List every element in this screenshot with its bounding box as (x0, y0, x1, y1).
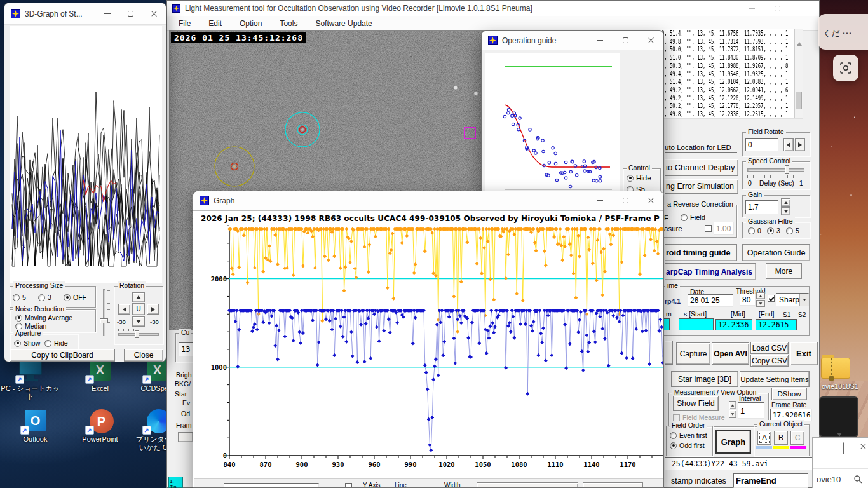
rotate-down-button[interactable] (132, 316, 145, 327)
desktop-icon-powerpoint-4[interactable]: P↗PowerPoint (70, 409, 130, 444)
measurement-data-listbox[interactable]: 0, 51.4, "", 13, 45, 11.6756, 11.7035, ,… (660, 29, 803, 119)
object-c-button[interactable]: C (790, 431, 804, 445)
close-button[interactable] (790, 1, 819, 16)
left-fragment-button[interactable] (178, 432, 193, 442)
list-scrollbar[interactable] (794, 29, 803, 118)
data-list-row[interactable]: 0, 50.2, "", 13, 45, 12.1778, 12.2057, ,… (661, 102, 757, 111)
op-close-button[interactable] (638, 31, 663, 50)
toolbar-field-fragment[interactable] (224, 483, 319, 488)
menu-file[interactable]: File (170, 17, 200, 30)
interval-up-button[interactable] (729, 401, 736, 409)
field-radio[interactable] (681, 214, 688, 221)
data-list-row[interactable]: 0, 49.8, "", 13, 45, 11.7314, 11.7593, ,… (661, 38, 757, 46)
interval-down-button[interactable] (729, 410, 736, 418)
measure-checkbox[interactable] (705, 225, 712, 232)
start-time-field[interactable] (679, 318, 714, 330)
vertical-slider-track[interactable] (103, 289, 105, 336)
show-field-button[interactable]: Show Field (673, 396, 719, 411)
audio-channel-display-button[interactable]: io Channel Display (665, 159, 738, 176)
odd-first-radio[interactable] (670, 442, 677, 449)
sharp-combobox[interactable]: Sharp (776, 293, 809, 306)
asteroid-timing-guide-button[interactable]: roid timing guide (665, 244, 737, 261)
toast-more-icon[interactable]: … (842, 25, 852, 37)
vertical-slider-thumb[interactable] (100, 318, 108, 323)
mid-time-field[interactable]: 12.2336 (715, 319, 752, 330)
graph3d-title-bar[interactable]: 3D-Graph of St... (4, 3, 166, 25)
load-csv-button[interactable]: Load CSV (750, 342, 789, 354)
threshold-input[interactable]: 80 (740, 294, 756, 306)
data-list-row[interactable]: 0, 51.0, "", 13, 45, 11.8430, 11.8709, ,… (661, 54, 757, 62)
field-rotate-left-button[interactable] (783, 138, 794, 151)
notification-toast[interactable]: くだ … (818, 14, 868, 50)
dshow-button[interactable]: DShow (771, 388, 807, 400)
data-list-row[interactable]: 0, 49.4, "", 13, 45, 11.9546, 11.9825, ,… (661, 71, 757, 79)
rotate-up-button[interactable] (132, 292, 145, 302)
threshold-down-button[interactable] (756, 300, 765, 307)
data-list-row[interactable]: 0, 50.3, "", 13, 45, 11.8988, 11.9267, ,… (661, 62, 757, 71)
open-avi-button[interactable]: Open AVI (712, 342, 749, 365)
timing-error-simulation-button[interactable]: ng Error Simulation (665, 179, 738, 194)
maximize-button[interactable] (764, 1, 790, 16)
even-first-radio[interactable] (670, 432, 677, 439)
gain-input[interactable]: 1.7 (745, 200, 778, 214)
exit-button[interactable]: Exit (790, 342, 818, 365)
end-time-field[interactable]: 12.2615 (756, 319, 797, 330)
data-list-row[interactable]: 0, 49.8, "", 13, 45, 12.2336, 12.2615, ,… (661, 111, 757, 119)
minimize-button[interactable] (739, 1, 764, 16)
field-rotate-input[interactable]: 0 (745, 138, 778, 151)
graph-minimize-button[interactable] (587, 191, 613, 210)
graph3d-close-button[interactable] (142, 3, 166, 24)
stamp-value-field[interactable]: FrameEnd (733, 473, 808, 488)
toolbar-checkbox-fragment[interactable] (345, 483, 352, 488)
data-list-row[interactable]: 0, 51.4, "", 13, 45, 11.6756, 11.7035, ,… (661, 30, 757, 38)
scrollbar-thumb[interactable] (796, 92, 802, 109)
capture-button[interactable]: Capture (676, 342, 710, 365)
cut-button-fragment[interactable] (665, 341, 673, 365)
rotate-right-button[interactable] (147, 304, 159, 315)
measure-value-field[interactable]: 1.00 (714, 222, 734, 235)
field-rotate-right-button[interactable] (795, 138, 805, 151)
frame-rate-field[interactable]: 17.9206165 (770, 409, 812, 421)
desktop-icon-excel-1[interactable]: X↗Excel (70, 358, 130, 393)
hide-radio[interactable] (627, 175, 634, 182)
op-maximize-button[interactable] (613, 31, 638, 50)
menu-edit[interactable]: Edit (200, 17, 231, 30)
rotate-reset-button[interactable]: U (132, 303, 145, 315)
data-list-row[interactable]: 0, 50.0, "", 13, 45, 11.7872, 11.8151, ,… (661, 46, 757, 54)
search-icon[interactable] (853, 475, 862, 484)
explorer-maximize-button[interactable] (843, 443, 844, 454)
op-guide-title-bar[interactable]: Operation guide (482, 31, 663, 50)
data-list-row[interactable]: 0, 49.2, "", 13, 45, 12.1220, 12.1499, ,… (661, 95, 757, 103)
graph-button[interactable]: Graph (715, 430, 751, 454)
gain-up-button[interactable] (781, 198, 790, 207)
interval-input[interactable]: 1 (738, 402, 764, 419)
auto-location-led-label[interactable]: uto Location for LED (665, 144, 737, 153)
size-5-radio[interactable] (13, 294, 20, 301)
moving-average-radio[interactable] (15, 315, 22, 322)
screenshot-button[interactable] (833, 55, 858, 81)
aperture-show-radio[interactable] (14, 340, 21, 347)
aperture-hide-radio[interactable] (44, 340, 51, 347)
graph-maximize-button[interactable] (613, 191, 638, 210)
object-a-button[interactable]: A (757, 431, 771, 445)
gauss-3-radio[interactable] (767, 227, 774, 234)
date-input[interactable]: 26 01 25 (688, 294, 733, 307)
desktop-icon-outlook-3[interactable]: O↗Outlook (5, 409, 65, 444)
star-image-3d-button[interactable]: Star Image [3D] (671, 371, 738, 387)
avi-file-path-field[interactable]: -25(44333)¥22_43_59.avi (665, 458, 815, 470)
size-off-radio[interactable] (64, 294, 71, 301)
menu-software-update[interactable]: Software Update (306, 17, 381, 30)
graph-title-bar[interactable]: Graph (193, 191, 663, 210)
operation-guide-button[interactable]: Operation Guide (742, 244, 810, 261)
menu-option[interactable]: Option (231, 17, 271, 30)
data-list-row[interactable]: 0, 51.4, "", 13, 45, 12.0104, 12.0383, ,… (661, 78, 757, 86)
field-measure-checkbox[interactable] (673, 414, 680, 421)
main-title-bar[interactable]: Light Measurement tool for Occultation O… (167, 1, 819, 16)
copy-to-clipboard-button[interactable]: Copy to ClipBoard (10, 349, 115, 362)
tab-1-time[interactable]: 1. Tin (168, 477, 183, 488)
median-radio[interactable] (15, 323, 22, 330)
toolbar-button-fragment-2[interactable] (583, 482, 643, 488)
graph-close-button[interactable] (638, 191, 663, 210)
update-setting-items-button[interactable]: Update Setting Items (740, 371, 810, 387)
close-3d-button[interactable]: Close (124, 349, 163, 362)
